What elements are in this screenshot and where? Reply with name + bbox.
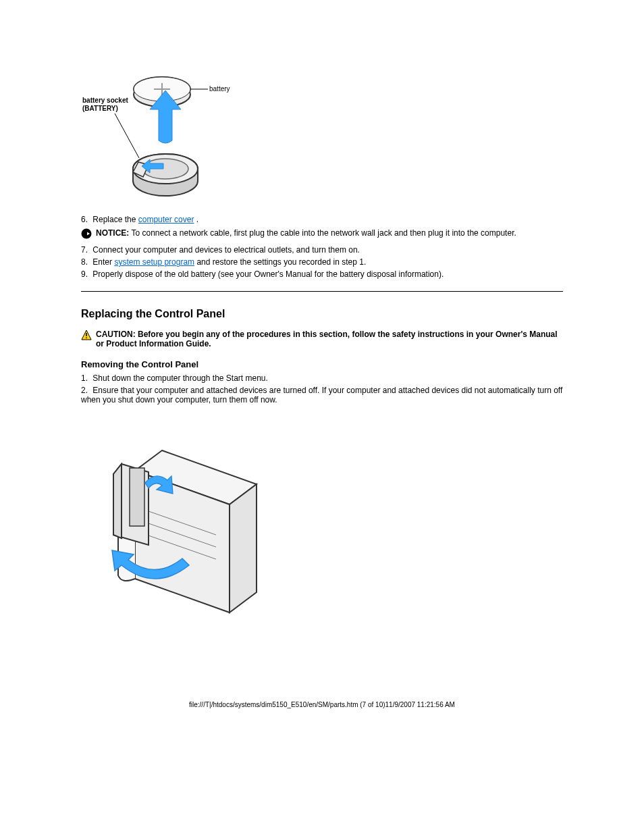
step-9-number: 9. xyxy=(81,269,88,279)
label-socket-line1: battery socket xyxy=(82,97,128,104)
subhead-removing-control-panel: Removing the Control Panel xyxy=(81,359,563,369)
notice-body: To connect a network cable, first plug t… xyxy=(131,228,516,238)
section-divider xyxy=(81,291,563,292)
step-6: 6. Replace the computer cover . xyxy=(81,215,563,224)
step-9: 9. Properly dispose of the old battery (… xyxy=(81,269,563,279)
caution-body: Before you begin any of the procedures i… xyxy=(96,330,558,348)
svg-marker-15 xyxy=(230,484,257,613)
caution-text: CAUTION: Before you begin any of the pro… xyxy=(96,330,563,348)
caution-icon xyxy=(81,330,92,342)
footer-info: (7 of 10)11/9/2007 11:21:56 AM xyxy=(358,701,455,708)
step-6-text-after: . xyxy=(196,215,198,224)
notice-text: NOTICE: To connect a network cable, firs… xyxy=(96,228,563,238)
svg-rect-22 xyxy=(130,468,144,526)
label-socket-line2: (BATTERY) xyxy=(82,105,118,112)
step-8: 8. Enter system setup program and restor… xyxy=(81,257,563,267)
step-7-number: 7. xyxy=(81,245,88,255)
caution-label: CAUTION: xyxy=(96,330,136,339)
page-footer: file:///T|/htdocs/systems/dim5150_E510/e… xyxy=(0,701,644,708)
removal-step-1: 1. Shut down the computer through the St… xyxy=(81,373,563,383)
figure-control-panel-removal xyxy=(81,410,563,628)
label-battery: battery xyxy=(209,85,230,93)
step-8-text-before: Enter xyxy=(92,257,114,267)
step-6-text-before: Replace the xyxy=(92,215,138,224)
removal-step-2: 2. Ensure that your computer and attache… xyxy=(81,386,563,405)
link-computer-cover[interactable]: computer cover xyxy=(138,215,194,224)
notice-icon xyxy=(81,228,92,241)
battery-diagram-svg: battery battery socket (BATTERY) xyxy=(81,61,257,209)
svg-point-10 xyxy=(82,229,92,239)
removal-step-1-text: Shut down the computer through the Start… xyxy=(92,373,268,383)
step-9-text: Properly dispose of the old battery (see… xyxy=(92,269,444,279)
removal-step-2-number: 2. xyxy=(81,386,88,395)
notice-label: NOTICE: xyxy=(96,228,129,238)
step-8-text-after: and restore the settings you recorded in… xyxy=(196,257,366,267)
step-7: 7. Connect your computer and devices to … xyxy=(81,245,563,255)
footer-url: file:///T|/htdocs/systems/dim5150_E510/e… xyxy=(189,701,358,708)
svg-rect-13 xyxy=(86,338,87,339)
svg-marker-21 xyxy=(113,464,122,538)
figure-battery-removal: battery battery socket (BATTERY) xyxy=(81,61,563,209)
svg-rect-12 xyxy=(86,333,87,336)
removal-step-2-text: Ensure that your computer and attached d… xyxy=(81,386,562,405)
step-8-number: 8. xyxy=(81,257,88,267)
step-7-text: Connect your computer and devices to ele… xyxy=(92,245,360,255)
removal-step-1-number: 1. xyxy=(81,373,88,383)
step-6-number: 6. xyxy=(81,215,88,224)
control-panel-diagram-svg xyxy=(81,410,297,626)
link-system-setup-program[interactable]: system setup program xyxy=(114,257,194,267)
section-title: Replacing the Control Panel xyxy=(81,308,563,320)
svg-line-9 xyxy=(115,113,139,158)
